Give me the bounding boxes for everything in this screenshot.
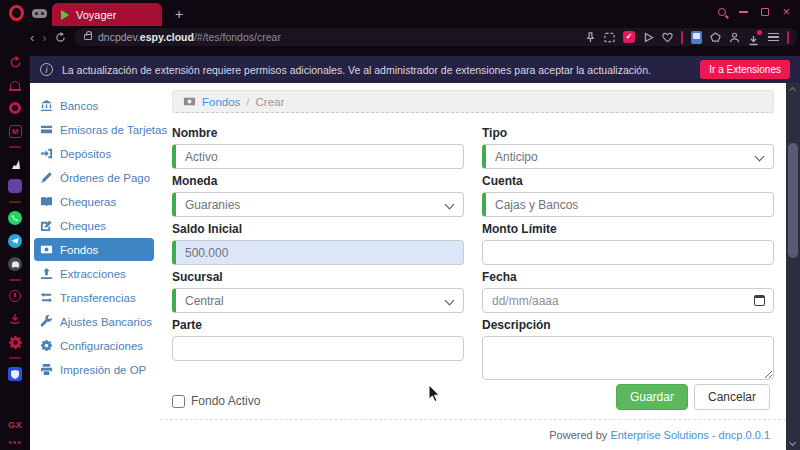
heart-icon[interactable] bbox=[662, 32, 673, 43]
history-icon[interactable] bbox=[7, 288, 23, 304]
tab-favicon-play-icon bbox=[61, 10, 69, 20]
messenger-icon[interactable]: M bbox=[7, 123, 23, 139]
sidebar-item-transferencias[interactable]: Transferencias bbox=[34, 286, 154, 309]
fondo-activo-checkbox[interactable] bbox=[172, 395, 185, 408]
sidebar-item-ajustes[interactable]: Ajustes Bancarios bbox=[34, 310, 154, 333]
breadcrumb-fondos-link[interactable]: Fondos bbox=[202, 96, 240, 108]
info-icon: i bbox=[40, 63, 53, 76]
credit-card-icon bbox=[40, 123, 53, 136]
download-badge-dot bbox=[757, 30, 762, 35]
sign-in-icon bbox=[40, 147, 53, 160]
bell-icon[interactable] bbox=[7, 77, 23, 93]
sidebar-item-impresion[interactable]: Impresión de OP bbox=[34, 358, 154, 381]
twitch-icon[interactable] bbox=[7, 155, 23, 171]
printer-icon bbox=[40, 363, 53, 376]
strip-separator bbox=[9, 146, 21, 148]
saldo-inicial-input[interactable] bbox=[172, 240, 464, 265]
minimize-button[interactable] bbox=[739, 11, 748, 13]
app-page: Bancos Emisoras de Tarjetas Depósitos Ór… bbox=[30, 83, 800, 450]
moneda-select[interactable]: Guaranies bbox=[172, 192, 464, 217]
lock-icon[interactable] bbox=[84, 34, 92, 40]
sidebar-item-depositos[interactable]: Depósitos bbox=[34, 142, 154, 165]
cancel-button[interactable]: Cancelar bbox=[694, 384, 770, 410]
sucursal-label: Sucursal bbox=[172, 270, 464, 284]
sidebar-item-extracciones[interactable]: Extracciones bbox=[34, 262, 154, 285]
pentagon-icon[interactable] bbox=[710, 32, 721, 43]
browser-side-strip: M GX ••• bbox=[0, 48, 30, 450]
discord-icon[interactable] bbox=[7, 256, 23, 272]
money-icon bbox=[183, 95, 196, 108]
aria-icon[interactable] bbox=[7, 100, 23, 116]
sidebar-item-bancos[interactable]: Bancos bbox=[34, 94, 154, 117]
extension-update-banner: i La actualización de extensión requiere… bbox=[30, 56, 800, 83]
tipo-label: Tipo bbox=[482, 126, 774, 140]
descripcion-textarea[interactable] bbox=[482, 336, 774, 380]
url-prefix: dncpdev. bbox=[98, 31, 140, 43]
mouse-cursor bbox=[428, 384, 441, 403]
shield-badge-icon[interactable]: ✓ bbox=[623, 31, 635, 43]
sync-icon[interactable] bbox=[7, 54, 23, 70]
sidebar-item-fondos[interactable]: Fondos bbox=[34, 238, 154, 261]
gx-gamepad-icon[interactable] bbox=[32, 9, 47, 18]
page-scrollbar[interactable] bbox=[786, 83, 800, 450]
create-fondo-form: Nombre Tipo Anticipo Moneda Guaranies Cu… bbox=[172, 126, 774, 408]
scrollbar-down-arrow-icon[interactable] bbox=[789, 439, 796, 446]
sidebar-item-chequeras[interactable]: Chequeras bbox=[34, 190, 154, 213]
fecha-label: Fecha bbox=[482, 270, 774, 284]
sidebar-item-configuraciones[interactable]: Configuraciones bbox=[34, 334, 154, 357]
money-icon bbox=[40, 243, 53, 256]
menu-icon[interactable] bbox=[768, 33, 779, 42]
forward-button[interactable]: › bbox=[42, 30, 46, 45]
go-to-extensions-button[interactable]: Ir a Extensiones bbox=[700, 60, 790, 79]
telegram-icon[interactable] bbox=[7, 233, 23, 249]
strip-overflow-icon[interactable]: ••• bbox=[8, 437, 22, 448]
new-tab-button[interactable]: + bbox=[170, 5, 188, 23]
url-field[interactable]: dncpdev.espy.cloud/#/tes/fondos/crear ✓ bbox=[74, 28, 797, 46]
maximize-button[interactable] bbox=[761, 8, 769, 16]
fecha-date-input[interactable]: dd/mm/aaaa bbox=[482, 288, 774, 313]
footer: Powered by Enterprise Solutions - dncp.0… bbox=[549, 429, 770, 441]
browser-tab-bar: Voyager + × bbox=[0, 0, 800, 26]
sucursal-select[interactable]: Central bbox=[172, 288, 464, 313]
main-content: Fondos / Crear Nombre Tipo Anticipo Mone… bbox=[160, 83, 786, 450]
reload-button[interactable] bbox=[55, 32, 66, 43]
nombre-input[interactable] bbox=[172, 144, 464, 169]
tipo-select[interactable]: Anticipo bbox=[482, 144, 774, 169]
enterprise-solutions-link[interactable]: Enterprise Solutions - dncp.0.0.1 bbox=[610, 429, 770, 441]
fondo-activo-label: Fondo Activo bbox=[191, 394, 260, 408]
url-path: /#/tes/fondos/crear bbox=[194, 31, 281, 43]
opera-logo-icon[interactable] bbox=[9, 5, 24, 21]
footer-divider bbox=[160, 419, 786, 420]
sidebar-item-ordenes[interactable]: Órdenes de Pago bbox=[34, 166, 154, 189]
snapshot-icon[interactable] bbox=[604, 32, 615, 43]
strip-separator bbox=[9, 279, 21, 281]
scrollbar-thumb[interactable] bbox=[788, 143, 798, 258]
save-button[interactable]: Guardar bbox=[616, 384, 688, 410]
settings-gear-icon[interactable] bbox=[7, 334, 23, 350]
bitwarden-extension-icon[interactable] bbox=[691, 31, 702, 44]
back-button[interactable]: ‹ bbox=[30, 30, 34, 45]
cuenta-input[interactable] bbox=[482, 192, 774, 217]
cuenta-label: Cuenta bbox=[482, 174, 774, 188]
book-icon bbox=[40, 195, 53, 208]
download-icon[interactable] bbox=[748, 32, 760, 43]
monto-limite-input[interactable] bbox=[482, 240, 774, 265]
media-play-icon[interactable] bbox=[643, 32, 654, 43]
scrollbar-up-arrow-icon[interactable] bbox=[789, 87, 796, 94]
close-button[interactable]: × bbox=[782, 7, 790, 17]
share-icon[interactable] bbox=[7, 311, 23, 327]
banner-message: La actualización de extensión requiere p… bbox=[62, 64, 651, 76]
bitwarden-sidebar-icon[interactable] bbox=[7, 366, 23, 382]
parte-input[interactable] bbox=[172, 336, 464, 361]
profile-icon[interactable] bbox=[729, 32, 740, 43]
nombre-label: Nombre bbox=[172, 126, 464, 140]
sidebar-item-emisoras[interactable]: Emisoras de Tarjetas bbox=[34, 118, 154, 141]
calendar-icon[interactable] bbox=[754, 295, 765, 306]
search-icon[interactable] bbox=[718, 8, 726, 16]
whatsapp-icon[interactable] bbox=[7, 210, 23, 226]
browser-tab[interactable]: Voyager bbox=[52, 3, 162, 26]
gx-corner-icon[interactable] bbox=[7, 178, 23, 194]
sidebar-item-cheques[interactable]: Cheques bbox=[34, 214, 154, 237]
pin-icon[interactable] bbox=[585, 32, 596, 43]
wrench-icon bbox=[40, 315, 53, 328]
